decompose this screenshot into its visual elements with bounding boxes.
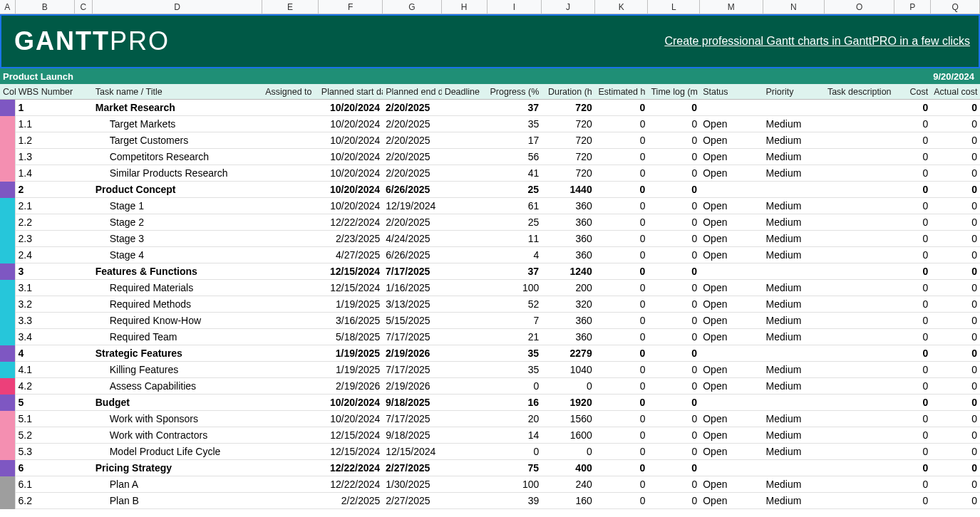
cell-end[interactable]: 1/30/2025	[383, 479, 441, 490]
table-row[interactable]: 1Market Research10/20/20242/20/202537720…	[0, 100, 980, 116]
cell-actual[interactable]: 0	[931, 331, 980, 343]
cell-progress[interactable]: 7	[488, 315, 542, 326]
col-hdr-Q[interactable]: Q	[931, 0, 980, 14]
cell-end[interactable]: 3/13/2025	[383, 298, 441, 310]
cell-task[interactable]: Stage 1	[93, 200, 263, 212]
cell-actual[interactable]: 0	[931, 102, 980, 113]
cell-end[interactable]: 6/26/2025	[383, 249, 441, 261]
cell-progress[interactable]: 61	[488, 200, 542, 212]
cell-est[interactable]: 0	[595, 266, 649, 277]
col-hdr-P[interactable]: P	[894, 0, 931, 14]
cell-end[interactable]: 4/24/2025	[383, 233, 441, 244]
cell-wbs[interactable]: 4	[16, 348, 75, 359]
cell-wbs[interactable]: 6.2	[16, 495, 75, 506]
cell-cost[interactable]: 0	[894, 266, 931, 277]
cell-start[interactable]: 10/20/2024	[319, 167, 383, 179]
cell-actual[interactable]: 0	[931, 216, 980, 228]
cell-wbs[interactable]: 5.2	[16, 429, 75, 441]
cell-progress[interactable]: 35	[488, 364, 542, 375]
cell-start[interactable]: 10/20/2024	[319, 184, 383, 195]
cell-duration[interactable]: 400	[542, 462, 595, 474]
cell-end[interactable]: 2/20/2025	[383, 167, 441, 179]
cell-start[interactable]: 10/20/2024	[319, 151, 383, 162]
cell-wbs[interactable]: 4.2	[16, 380, 75, 392]
cell-cost[interactable]: 0	[894, 216, 931, 228]
col-hdr-O[interactable]: O	[825, 0, 894, 14]
cell-priority[interactable]: Medium	[763, 151, 825, 162]
cell-tlog[interactable]: 0	[649, 364, 701, 375]
table-row[interactable]: 1.3Competitors Research10/20/20242/20/20…	[0, 149, 980, 165]
cell-duration[interactable]: 0	[542, 380, 595, 392]
cell-est[interactable]: 0	[595, 282, 649, 293]
cell-duration[interactable]: 720	[542, 135, 595, 146]
cell-end[interactable]: 7/17/2025	[383, 364, 441, 375]
table-row[interactable]: 5.2Work with Contractors12/15/20249/18/2…	[0, 427, 980, 444]
cell-actual[interactable]: 0	[931, 266, 980, 277]
hdr-progress[interactable]: Progress (%	[488, 87, 542, 97]
col-hdr-J[interactable]: J	[542, 0, 595, 14]
cell-duration[interactable]: 720	[542, 151, 595, 162]
cell-cost[interactable]: 0	[894, 282, 931, 293]
table-row[interactable]: 2.1Stage 110/20/202412/19/20246136000Ope…	[0, 198, 980, 214]
cell-task[interactable]: Target Markets	[93, 118, 263, 130]
cell-est[interactable]: 0	[595, 364, 649, 375]
cell-wbs[interactable]: 2.1	[16, 200, 75, 212]
cell-est[interactable]: 0	[595, 200, 649, 212]
cell-start[interactable]: 4/27/2025	[319, 249, 383, 261]
table-row[interactable]: 3.4Required Team5/18/20257/17/2025213600…	[0, 329, 980, 345]
cell-progress[interactable]: 41	[488, 167, 542, 179]
cell-start[interactable]: 5/18/2025	[319, 331, 383, 343]
table-row[interactable]: 4.1Killing Features1/19/20257/17/2025351…	[0, 362, 980, 378]
cell-actual[interactable]: 0	[931, 233, 980, 244]
hdr-timelog[interactable]: Time log (m	[648, 87, 700, 97]
cell-actual[interactable]: 0	[931, 118, 980, 130]
cell-wbs[interactable]: 2.3	[16, 233, 75, 244]
cell-status[interactable]: Open	[700, 479, 763, 490]
cell-status[interactable]: Open	[700, 249, 763, 261]
table-row[interactable]: 1.2Target Customers10/20/20242/20/202517…	[0, 132, 980, 149]
cell-actual[interactable]: 0	[931, 495, 980, 506]
cell-tlog[interactable]: 0	[649, 479, 701, 490]
cell-duration[interactable]: 2279	[542, 348, 595, 359]
cell-duration[interactable]: 200	[542, 282, 595, 293]
cell-task[interactable]: Stage 3	[93, 233, 263, 244]
cell-actual[interactable]: 0	[931, 135, 980, 146]
cell-actual[interactable]: 0	[931, 298, 980, 310]
table-row[interactable]: 3.1Required Materials12/15/20241/16/2025…	[0, 280, 980, 296]
cell-status[interactable]: Open	[700, 298, 763, 310]
cell-task[interactable]: Required Team	[93, 331, 263, 343]
cell-start[interactable]: 12/22/2024	[319, 479, 383, 490]
cell-end[interactable]: 2/20/2025	[383, 102, 442, 113]
cell-est[interactable]: 0	[595, 413, 649, 424]
cell-progress[interactable]: 37	[487, 266, 542, 277]
cell-est[interactable]: 0	[595, 167, 649, 179]
cell-task[interactable]: Stage 2	[93, 216, 263, 228]
cell-end[interactable]: 2/19/2026	[383, 380, 441, 392]
cell-priority[interactable]: Medium	[763, 118, 825, 130]
hdr-status[interactable]: Status	[700, 87, 763, 97]
cell-est[interactable]: 0	[595, 135, 649, 146]
cell-duration[interactable]: 720	[542, 102, 595, 113]
cell-est[interactable]: 0	[595, 298, 649, 310]
cell-end[interactable]: 12/19/2024	[383, 200, 441, 212]
cell-tlog[interactable]: 0	[649, 200, 701, 212]
cell-cost[interactable]: 0	[894, 200, 931, 212]
cell-tlog[interactable]: 0	[648, 397, 700, 408]
cell-end[interactable]: 9/18/2025	[383, 429, 441, 441]
cell-task[interactable]: Budget	[93, 397, 262, 408]
cell-cost[interactable]: 0	[894, 364, 931, 375]
col-hdr-I[interactable]: I	[488, 0, 542, 14]
hdr-duration[interactable]: Duration (h	[542, 87, 595, 97]
cell-duration[interactable]: 1040	[542, 364, 595, 375]
cell-task[interactable]: Required Materials	[93, 282, 263, 293]
cell-est[interactable]: 0	[595, 118, 649, 130]
cell-task[interactable]: Required Know-How	[93, 315, 263, 326]
cell-start[interactable]: 12/22/2024	[319, 462, 383, 474]
cell-priority[interactable]: Medium	[763, 429, 825, 441]
table-row[interactable]: 4.2Assess Capabilities2/19/20262/19/2026…	[0, 378, 980, 395]
cell-cost[interactable]: 0	[894, 495, 931, 506]
cell-progress[interactable]: 11	[488, 233, 542, 244]
cell-duration[interactable]: 1600	[542, 429, 595, 441]
cell-duration[interactable]: 720	[542, 167, 595, 179]
cell-wbs[interactable]: 5.1	[16, 413, 75, 424]
